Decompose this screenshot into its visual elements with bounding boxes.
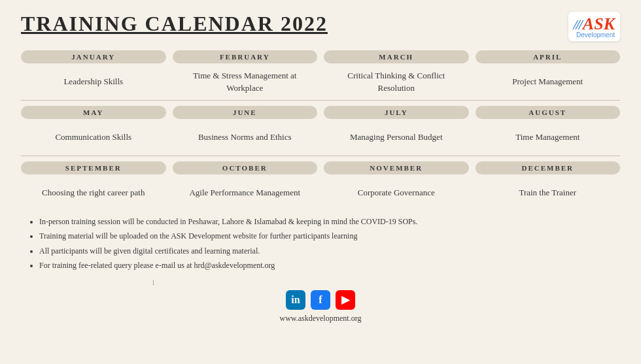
month-content-january: Leadership Skills bbox=[58, 69, 128, 95]
month-december: DECEMBER Train the Trainer bbox=[476, 161, 621, 206]
month-content-august: Time Management bbox=[510, 124, 585, 150]
month-label-october: OCTOBER bbox=[173, 161, 318, 174]
month-label-july: JULY bbox=[324, 106, 469, 119]
month-label-december: DECEMBER bbox=[476, 161, 621, 174]
month-july: JULY Managing Personal Budget bbox=[324, 106, 469, 150]
header: TRAINING CALENDAR 2022 /// ASK Developme… bbox=[21, 12, 620, 41]
month-label-april: APRIL bbox=[476, 50, 621, 63]
note-item-2: All participants will be given digital c… bbox=[39, 244, 620, 257]
page: TRAINING CALENDAR 2022 /// ASK Developme… bbox=[0, 0, 641, 364]
month-may: MAY Communication Skills bbox=[21, 106, 166, 150]
page-title: TRAINING CALENDAR 2022 bbox=[21, 12, 328, 36]
month-content-december: Train the Trainer bbox=[513, 180, 581, 206]
calendar-grid: JANUARY Leadership Skills FEBRUARY Time … bbox=[21, 50, 620, 206]
logo-development: Development bbox=[574, 31, 615, 39]
month-label-november: NOVEMBER bbox=[324, 161, 469, 174]
month-content-may: Communication Skills bbox=[50, 124, 137, 150]
month-content-november: Corporate Governance bbox=[353, 180, 440, 206]
note-item-0: In-person training session will be condu… bbox=[39, 215, 620, 228]
facebook-icon[interactable]: f bbox=[311, 290, 330, 310]
month-content-september: Choosing the right career path bbox=[37, 180, 150, 206]
row-separator-1 bbox=[21, 100, 620, 101]
logo: /// ASK Development bbox=[568, 12, 621, 41]
month-march: MARCH Critical Thinking & Conflict Resol… bbox=[324, 50, 469, 95]
month-content-july: Managing Personal Budget bbox=[345, 124, 448, 150]
note-item-3: For training fee-related query please e-… bbox=[39, 259, 620, 272]
month-november: NOVEMBER Corporate Governance bbox=[324, 161, 469, 206]
month-content-february: Time & Stress Management at Workplace bbox=[173, 69, 318, 95]
month-label-june: JUNE bbox=[173, 106, 318, 119]
row-separator-2 bbox=[21, 156, 620, 156]
month-january: JANUARY Leadership Skills bbox=[21, 50, 166, 95]
month-content-june: Business Norms and Ethics bbox=[193, 124, 297, 150]
month-content-october: Agile Performance Management bbox=[184, 180, 305, 206]
month-label-may: MAY bbox=[21, 106, 166, 119]
month-content-april: Project Management bbox=[507, 69, 588, 95]
website-url: www.askdevelopment.org bbox=[280, 314, 362, 323]
month-february: FEBRUARY Time & Stress Management at Wor… bbox=[173, 50, 318, 95]
month-june: JUNE Business Norms and Ethics bbox=[173, 106, 318, 150]
social-icons: in f ▶ bbox=[286, 290, 355, 310]
month-april: APRIL Project Management bbox=[476, 50, 621, 95]
note-item-1: Training material will be uploaded on th… bbox=[39, 229, 620, 242]
month-content-march: Critical Thinking & Conflict Resolution bbox=[324, 69, 469, 95]
month-label-march: MARCH bbox=[324, 50, 469, 63]
month-october: OCTOBER Agile Performance Management bbox=[173, 161, 318, 206]
notes-section: In-person training session will be condu… bbox=[21, 215, 620, 273]
month-august: AUGUST Time Management bbox=[476, 106, 621, 150]
month-label-september: SEPTEMBER bbox=[21, 161, 166, 174]
month-label-february: FEBRUARY bbox=[173, 50, 318, 63]
linkedin-icon[interactable]: in bbox=[286, 290, 305, 310]
month-label-august: AUGUST bbox=[476, 106, 621, 119]
youtube-icon[interactable]: ▶ bbox=[336, 290, 355, 310]
footer: 1 in f ▶ www.askdevelopment.org bbox=[21, 279, 620, 323]
page-number: 1 bbox=[152, 279, 155, 286]
month-label-january: JANUARY bbox=[21, 50, 166, 63]
month-september: SEPTEMBER Choosing the right career path bbox=[21, 161, 166, 206]
